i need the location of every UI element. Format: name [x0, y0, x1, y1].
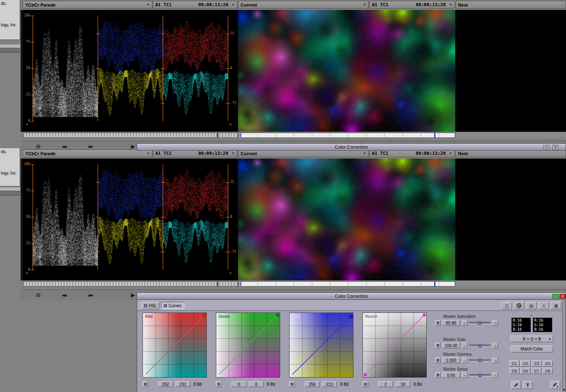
correction-bucket-c1[interactable]: C1: [509, 360, 519, 366]
curve-x-field[interactable]: 0: [232, 381, 246, 387]
gamma-slider[interactable]: [469, 359, 491, 362]
curve-enable-button[interactable]: [363, 381, 368, 387]
saturation-value-field[interactable]: 80.85: [442, 320, 460, 326]
monitor-position-bar[interactable]: [239, 281, 455, 287]
saturation-step-up-button[interactable]: →: [492, 320, 498, 326]
gamma-step-up-button[interactable]: →: [492, 357, 498, 363]
rewind-button[interactable]: ◀◀: [58, 291, 70, 299]
tab-curves[interactable]: Curves: [161, 302, 185, 309]
chevron-down-icon: ▼: [449, 3, 452, 7]
correction-bucket-c2[interactable]: C2: [520, 360, 531, 366]
gain-value-field[interactable]: 100.00: [442, 343, 460, 348]
curve-y-field[interactable]: 213: [322, 381, 337, 387]
setup-step-up-button[interactable]: →: [492, 372, 498, 378]
tab-label: HSL: [149, 303, 157, 308]
curve-enable-button[interactable]: [216, 381, 222, 387]
blue-curve-plot: [290, 313, 353, 377]
scope-selector-menu[interactable]: YCbCr Parade ▼: [23, 1, 152, 9]
promote-correction-button[interactable]: [523, 381, 533, 389]
setup-slider[interactable]: [469, 374, 491, 376]
color-correction-titlebar-upper[interactable]: Color Correction ▭ ✕: [137, 143, 566, 151]
cc-toolbar: HSL Curves ◫ ▤ ⚠ ▦: [137, 300, 566, 311]
close-window-button[interactable]: ✕: [552, 145, 559, 149]
color-wheel-button[interactable]: [514, 302, 524, 309]
right-arrow-icon: →: [493, 343, 497, 348]
fast-forward-button[interactable]: ▶▶: [84, 291, 97, 299]
scope-position-bar[interactable]: [23, 281, 238, 287]
curve-value-row: 252 231 8 Bit: [143, 381, 207, 388]
fast-forward-icon: ▶▶: [89, 293, 93, 297]
next-monitor[interactable]: [456, 10, 566, 132]
slider-thumb[interactable]: [478, 344, 482, 348]
match-eyedropper-button[interactable]: [550, 381, 560, 389]
dual-split-button[interactable]: ◫: [501, 302, 512, 309]
tracking-info-menu[interactable]: A1 TC1 00;00;13;20 ▼: [153, 1, 237, 9]
blue-curve-editor[interactable]: Blue: [289, 313, 353, 378]
curve-value-row: 256 213 8 Bit: [289, 381, 353, 388]
gain-slider[interactable]: [469, 345, 491, 347]
source-selector-menu[interactable]: Current ▼: [238, 1, 369, 9]
master-curve-editor[interactable]: Master: [363, 313, 427, 378]
monitor-position-bar[interactable]: [239, 133, 455, 138]
saturation-enable-button[interactable]: [435, 320, 441, 326]
current-monitor[interactable]: [238, 159, 455, 280]
correction-bucket-c5[interactable]: C5: [509, 368, 519, 374]
gain-step-down-button[interactable]: ←: [462, 343, 468, 348]
gain-enable-button[interactable]: [435, 343, 441, 348]
restore-window-button[interactable]: ▭: [543, 145, 550, 149]
close-window-button[interactable]: ✕: [559, 294, 566, 299]
cc-scroll-strip[interactable]: ▶: [562, 300, 566, 392]
curve-x-field[interactable]: 256: [305, 381, 320, 387]
red-curve-editor[interactable]: Red: [143, 313, 207, 378]
next-label: Next: [458, 151, 468, 156]
master-gain-label: Master Gain: [443, 337, 465, 342]
setup-value-field[interactable]: 0.00: [442, 372, 460, 378]
curve-enable-button[interactable]: [289, 381, 295, 387]
source-selector-label: Current: [241, 151, 257, 156]
match-color-button[interactable]: Match Color: [510, 345, 553, 352]
safe-color-warning-button[interactable]: ⚠: [538, 302, 549, 309]
swatch-grid-button[interactable]: ▤: [526, 302, 537, 309]
tab-hsl[interactable]: HSL: [141, 302, 159, 309]
quad-split-button[interactable]: ⊞: [32, 291, 44, 299]
curve-label: Green: [218, 314, 230, 319]
curve-x-field[interactable]: 2: [378, 381, 393, 387]
correction-bucket-c8[interactable]: C8: [543, 368, 553, 374]
layout-button[interactable]: ▦: [551, 302, 561, 309]
green-curve-editor[interactable]: Green: [216, 313, 280, 378]
gamma-enable-button[interactable]: [435, 357, 441, 363]
gain-step-up-button[interactable]: →: [492, 343, 498, 348]
current-monitor[interactable]: [238, 10, 455, 132]
correction-bucket-c4[interactable]: C4: [543, 360, 553, 366]
eyedropper-button[interactable]: [511, 381, 521, 389]
bit-depth-label: 8 Bit: [340, 382, 348, 387]
curve-y-field[interactable]: 231: [175, 381, 190, 387]
scope-position-bar[interactable]: [23, 133, 238, 138]
setup-step-down-button[interactable]: ←: [462, 372, 468, 378]
minimize-window-button[interactable]: [552, 294, 559, 299]
gamma-value-field[interactable]: 1.000: [442, 357, 460, 363]
tick-marks: [239, 282, 454, 286]
enable-led-icon: [437, 344, 439, 347]
slider-thumb[interactable]: [478, 359, 482, 362]
rgb-mode-dropdown[interactable]: R + G + B ▼: [510, 336, 553, 342]
curve-y-field[interactable]: 0: [249, 381, 264, 387]
curve-x-field[interactable]: 252: [158, 381, 173, 387]
green-curve-plot: [216, 313, 280, 377]
tracking-info-menu-2[interactable]: A1 TC1 00;00;13;20 ▼: [370, 1, 455, 9]
correction-bucket-c3[interactable]: C3: [531, 360, 542, 366]
slider-thumb[interactable]: [478, 321, 482, 325]
saturation-step-down-button[interactable]: ←: [462, 320, 468, 326]
color-correction-titlebar[interactable]: Color Correction ✕: [137, 292, 566, 300]
scope-selector-menu[interactable]: YCbCr Parade ▼: [23, 149, 152, 157]
gamma-step-down-button[interactable]: ←: [462, 357, 468, 363]
slider-thumb[interactable]: [478, 373, 482, 377]
curve-y-field[interactable]: 18: [395, 381, 410, 387]
setup-enable-button[interactable]: [435, 372, 441, 378]
correction-bucket-c6[interactable]: C6: [520, 368, 531, 374]
curve-enable-button[interactable]: [143, 381, 148, 387]
rgb-mode-label: R + G + B: [523, 337, 541, 341]
correction-bucket-c7[interactable]: C7: [531, 368, 542, 374]
saturation-slider[interactable]: [469, 322, 491, 324]
next-monitor[interactable]: [456, 159, 566, 280]
